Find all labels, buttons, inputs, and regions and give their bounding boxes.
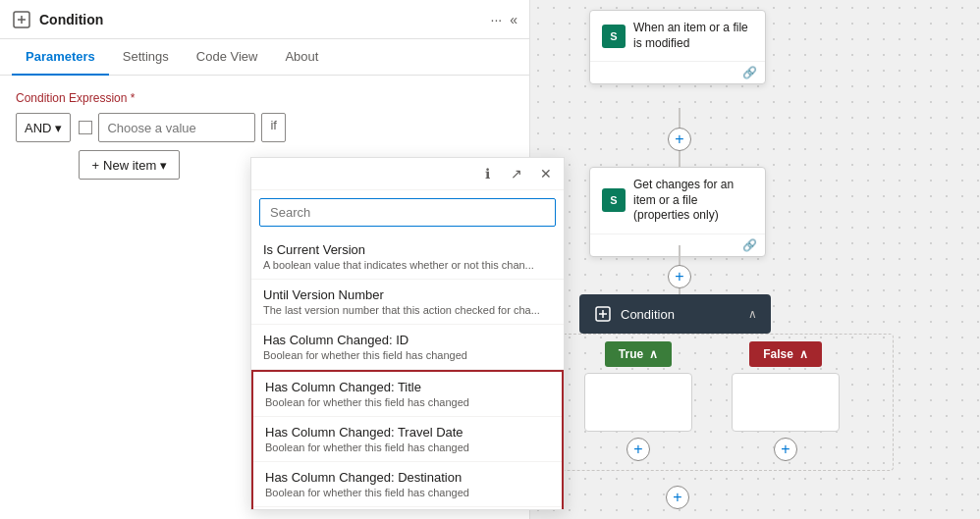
left-panel: Condition ··· « Parameters Settings Code… bbox=[0, 0, 530, 519]
choose-value-input[interactable] bbox=[98, 113, 255, 142]
condition-row: if bbox=[79, 113, 514, 142]
connector-1: + bbox=[668, 108, 691, 171]
dropdown-item-desc: Boolean for whether this field has chang… bbox=[263, 349, 552, 361]
condition-icon bbox=[12, 10, 31, 29]
popup-header: ℹ ↗ ✕ bbox=[251, 158, 564, 190]
dropdown-item-desc: Boolean for whether this field has chang… bbox=[265, 441, 550, 453]
get-changes-node-header: S Get changes for an item or a file (pro… bbox=[590, 168, 765, 234]
chevron-down-icon: ▾ bbox=[160, 158, 167, 173]
panel-title: Condition bbox=[39, 12, 483, 27]
header-actions: ··· « bbox=[491, 12, 517, 27]
dropdown-item[interactable]: Has Column Changed: DestinationBoolean f… bbox=[253, 462, 562, 507]
condition-node-text: Condition bbox=[621, 307, 675, 322]
condition-node[interactable]: Condition ∧ bbox=[579, 294, 771, 334]
tab-about[interactable]: About bbox=[271, 39, 332, 76]
plus-icon: + bbox=[91, 158, 99, 173]
dropdown-item-title: Until Version Number bbox=[263, 287, 552, 302]
trigger-node-header: S When an item or a file is modified bbox=[590, 11, 765, 61]
field-label: Condition Expression * bbox=[16, 91, 514, 105]
link-icon: 🔗 bbox=[742, 66, 757, 79]
true-label: True bbox=[619, 347, 643, 361]
tab-bar: Parameters Settings Code View About bbox=[0, 39, 529, 76]
search-input[interactable] bbox=[259, 198, 556, 227]
tab-settings[interactable]: Settings bbox=[109, 39, 183, 76]
tab-parameters[interactable]: Parameters bbox=[12, 39, 109, 76]
chevron-icon: ▾ bbox=[55, 121, 62, 135]
bottom-add-button[interactable]: + bbox=[666, 486, 689, 509]
dropdown-item[interactable]: Has Column Changed: Travel DateBoolean f… bbox=[253, 417, 562, 462]
dropdown-item[interactable]: Has Column Changed: IDBoolean for whethe… bbox=[251, 325, 564, 370]
get-changes-node-title: Get changes for an item or a file (prope… bbox=[633, 178, 753, 224]
dropdown-item-title: Is Current Version bbox=[263, 242, 552, 257]
right-panel: S When an item or a file is modified 🔗 +… bbox=[530, 0, 980, 519]
dropdown-item[interactable]: Until Version NumberThe last version num… bbox=[251, 280, 564, 325]
collapse-icon[interactable]: « bbox=[510, 12, 517, 27]
dropdown-list: Is Current VersionA boolean value that i… bbox=[251, 234, 564, 509]
false-branch: False ∧ + bbox=[727, 341, 844, 461]
connector-line-2 bbox=[679, 245, 681, 265]
dropdown-item[interactable]: Has Column Changed: TitleBoolean for whe… bbox=[253, 372, 562, 417]
add-step-button-2[interactable]: + bbox=[668, 265, 691, 288]
more-icon[interactable]: ··· bbox=[491, 12, 503, 27]
dropdown-item-desc: A boolean value that indicates whether o… bbox=[263, 259, 552, 271]
false-branch-body bbox=[732, 373, 840, 432]
false-label: False bbox=[763, 347, 793, 361]
true-branch-body bbox=[584, 373, 692, 432]
add-step-button-1[interactable]: + bbox=[668, 128, 691, 151]
and-dropdown[interactable]: AND ▾ bbox=[16, 113, 71, 142]
expand-icon[interactable]: ↗ bbox=[507, 164, 526, 183]
false-branch-header: False ∧ bbox=[749, 341, 822, 367]
dropdown-item-title: Has Column Changed: Title bbox=[265, 380, 550, 394]
condition-node-label: Condition bbox=[593, 304, 675, 324]
search-container bbox=[251, 190, 564, 234]
true-branch-header: True ∧ bbox=[605, 341, 672, 367]
trigger-node-footer: 🔗 bbox=[590, 61, 765, 83]
true-branch-add[interactable]: + bbox=[626, 438, 650, 461]
true-chevron: ∧ bbox=[649, 347, 658, 361]
dropdown-item-title: Has Column Changed: ID bbox=[263, 333, 552, 347]
condition-checkbox[interactable] bbox=[79, 121, 92, 134]
link-icon-2: 🔗 bbox=[742, 238, 757, 252]
false-branch-add[interactable]: + bbox=[774, 438, 797, 461]
dropdown-popup: ℹ ↗ ✕ Is Current VersionA boolean value … bbox=[250, 157, 565, 510]
dropdown-item-desc: The last version number that this action… bbox=[263, 304, 552, 316]
true-branch: True ∧ + bbox=[579, 341, 697, 461]
close-icon[interactable]: ✕ bbox=[536, 164, 556, 183]
trigger-node-title: When an item or a file is modified bbox=[633, 21, 753, 51]
tab-code-view[interactable]: Code View bbox=[183, 39, 272, 76]
false-chevron: ∧ bbox=[799, 347, 808, 361]
condition-node-icon bbox=[593, 304, 613, 324]
get-changes-node-icon: S bbox=[602, 188, 626, 212]
dropdown-item-desc: Boolean for whether this field has chang… bbox=[265, 487, 550, 498]
trigger-node[interactable]: S When an item or a file is modified 🔗 bbox=[589, 10, 766, 84]
dropdown-item-desc: Boolean for whether this field has chang… bbox=[265, 396, 550, 408]
info-icon[interactable]: ℹ bbox=[477, 164, 497, 183]
dropdown-item[interactable]: Has Column Changed: Expense AmountBoolea… bbox=[253, 507, 562, 509]
condition-op[interactable]: if bbox=[261, 113, 286, 142]
condition-collapse-icon[interactable]: ∧ bbox=[748, 307, 757, 321]
trigger-node-icon: S bbox=[602, 25, 626, 48]
get-changes-node[interactable]: S Get changes for an item or a file (pro… bbox=[589, 167, 766, 257]
panel-header: Condition ··· « bbox=[0, 0, 529, 39]
dropdown-item[interactable]: Is Current VersionA boolean value that i… bbox=[251, 234, 564, 280]
flow-canvas: S When an item or a file is modified 🔗 +… bbox=[530, 0, 980, 519]
new-item-button[interactable]: + AND New item ▾ bbox=[79, 150, 180, 180]
dropdown-item-title: Has Column Changed: Travel Date bbox=[265, 425, 550, 440]
connector-line-1 bbox=[679, 108, 681, 128]
dropdown-item-title: Has Column Changed: Destination bbox=[265, 470, 550, 485]
